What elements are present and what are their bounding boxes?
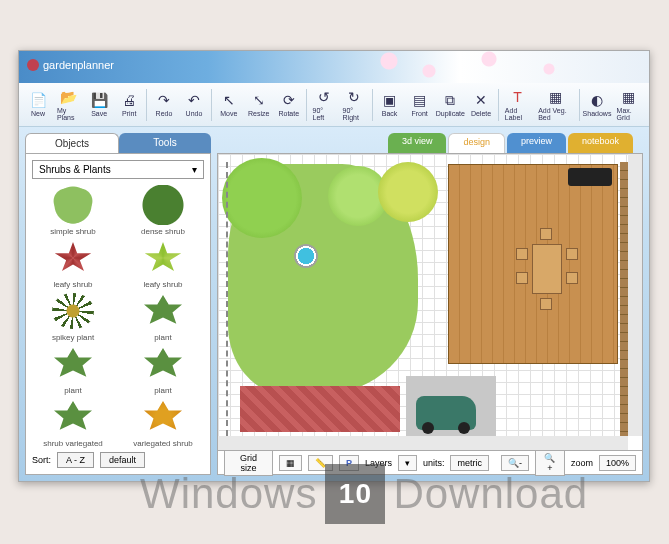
design-canvas[interactable] bbox=[217, 153, 643, 451]
add-label-button[interactable]: TAdd Label bbox=[501, 87, 534, 123]
properties-button[interactable]: P bbox=[339, 455, 359, 471]
main-toolbar: 📄New 📂My Plans 💾Save 🖨Print ↷Redo ↶Undo … bbox=[19, 83, 649, 127]
rotate-right-button[interactable]: ↻90° Right bbox=[339, 87, 370, 123]
brand: gardenplanner bbox=[27, 59, 114, 71]
print-button[interactable]: 🖨Print bbox=[114, 90, 144, 119]
zoom-out-button[interactable]: 🔍- bbox=[501, 455, 529, 471]
tab-notebook[interactable]: notebook bbox=[568, 133, 633, 153]
front-icon: ▤ bbox=[412, 92, 428, 108]
plant-palette: simple shrub dense shrub leafy shrub lea… bbox=[32, 185, 204, 448]
save-icon: 💾 bbox=[91, 92, 107, 108]
tab-tools[interactable]: Tools bbox=[119, 133, 211, 153]
folder-icon: 📂 bbox=[61, 89, 77, 105]
plant-item-plant-2[interactable]: plant bbox=[32, 344, 114, 395]
shadows-button[interactable]: ◐Shadows bbox=[581, 90, 612, 119]
move-icon: ↖ bbox=[221, 92, 237, 108]
sort-default-button[interactable]: default bbox=[100, 452, 145, 468]
veg-bed-icon: ▦ bbox=[547, 89, 563, 105]
resize-icon: ⤡ bbox=[251, 92, 267, 108]
plant-item-dense-shrub[interactable]: dense shrub bbox=[122, 185, 204, 236]
fence-object[interactable] bbox=[620, 162, 628, 436]
canvas-area: 3d view design preview notebook bbox=[217, 133, 643, 475]
banner-decoration bbox=[369, 51, 649, 83]
undo-icon: ↶ bbox=[186, 92, 202, 108]
back-icon: ▣ bbox=[382, 92, 398, 108]
grid-toggle-button[interactable]: ▦ bbox=[279, 455, 302, 471]
redo-icon: ↷ bbox=[156, 92, 172, 108]
ruler-toggle-button[interactable]: 📏 bbox=[308, 455, 333, 471]
duplicate-button[interactable]: ⧉Duplicate bbox=[435, 90, 466, 119]
max-grid-button[interactable]: ▦Max. Grid bbox=[613, 87, 645, 123]
tree-object[interactable] bbox=[222, 158, 302, 238]
save-button[interactable]: 💾Save bbox=[84, 90, 114, 119]
tab-objects[interactable]: Objects bbox=[25, 133, 119, 153]
plant-item-plant-1[interactable]: plant bbox=[122, 291, 204, 342]
myplans-button[interactable]: 📂My Plans bbox=[53, 87, 84, 123]
sort-az-button[interactable]: A - Z bbox=[57, 452, 94, 468]
delete-button[interactable]: ✕Delete bbox=[466, 90, 496, 119]
tree-object[interactable] bbox=[378, 162, 438, 222]
tab-3d-view[interactable]: 3d view bbox=[388, 133, 447, 153]
grid-size-button[interactable]: Grid size bbox=[224, 450, 273, 476]
objects-panel: Shrubs & Plants ▾ simple shrub dense shr… bbox=[25, 153, 211, 475]
zoom-value-dropdown[interactable]: 100% bbox=[599, 455, 636, 471]
header-banner: gardenplanner bbox=[19, 51, 649, 83]
app-window: gardenplanner 📄New 📂My Plans 💾Save 🖨Prin… bbox=[18, 50, 650, 482]
print-icon: 🖨 bbox=[121, 92, 137, 108]
patio-object[interactable] bbox=[240, 386, 400, 432]
add-veg-bed-button[interactable]: ▦Add Veg. Bed bbox=[534, 87, 576, 123]
layers-dropdown[interactable]: ▾ bbox=[398, 455, 417, 471]
view-tabs: 3d view design preview notebook bbox=[217, 133, 643, 153]
sort-label: Sort: bbox=[32, 455, 51, 465]
brand-text: gardenplanner bbox=[43, 59, 114, 71]
plant-item-leafy-shrub-red[interactable]: leafy shrub bbox=[32, 238, 114, 289]
tab-preview[interactable]: preview bbox=[507, 133, 566, 153]
units-toggle[interactable]: metric bbox=[450, 455, 489, 471]
duplicate-icon: ⧉ bbox=[442, 92, 458, 108]
plant-item-variegated-1[interactable]: shrub variegated bbox=[32, 397, 114, 448]
car-object[interactable] bbox=[416, 396, 476, 430]
new-icon: 📄 bbox=[30, 92, 46, 108]
plant-item-variegated-2[interactable]: variegated shrub bbox=[122, 397, 204, 448]
rotate-left-button[interactable]: ↺90° Left bbox=[309, 87, 339, 123]
delete-icon: ✕ bbox=[473, 92, 489, 108]
rotate-button[interactable]: ⟳Rotate bbox=[274, 90, 304, 119]
rotate-icon: ⟳ bbox=[281, 92, 297, 108]
zoom-label: zoom bbox=[571, 458, 593, 468]
resize-button[interactable]: ⤡Resize bbox=[244, 90, 274, 119]
table-set-object[interactable] bbox=[512, 224, 582, 314]
scrollbar-vertical[interactable] bbox=[628, 154, 642, 436]
undo-button[interactable]: ↶Undo bbox=[179, 90, 209, 119]
layers-label: Layers bbox=[365, 458, 392, 468]
tab-design[interactable]: design bbox=[448, 133, 505, 153]
sidebar: Objects Tools Shrubs & Plants ▾ simple s… bbox=[25, 133, 211, 475]
chevron-down-icon: ▾ bbox=[192, 164, 197, 175]
category-dropdown[interactable]: Shrubs & Plants ▾ bbox=[32, 160, 204, 179]
scrollbar-horizontal[interactable] bbox=[218, 436, 628, 450]
rotate-right-icon: ↻ bbox=[346, 89, 362, 105]
rotate-left-icon: ↺ bbox=[316, 89, 332, 105]
category-value: Shrubs & Plants bbox=[39, 164, 111, 175]
units-label: units: bbox=[423, 458, 445, 468]
text-icon: T bbox=[510, 89, 526, 105]
pool-object[interactable] bbox=[294, 244, 318, 268]
zoom-in-button[interactable]: 🔍+ bbox=[535, 450, 565, 476]
redo-button[interactable]: ↷Redo bbox=[149, 90, 179, 119]
shadows-icon: ◐ bbox=[589, 92, 605, 108]
brand-icon bbox=[27, 59, 39, 71]
plant-item-plant-3[interactable]: plant bbox=[122, 344, 204, 395]
plant-item-spikey[interactable]: spikey plant bbox=[32, 291, 114, 342]
grid-icon: ▦ bbox=[621, 89, 637, 105]
fence-left-object[interactable] bbox=[226, 162, 228, 436]
send-back-button[interactable]: ▣Back bbox=[375, 90, 405, 119]
plant-item-leafy-shrub-lime[interactable]: leafy shrub bbox=[122, 238, 204, 289]
new-button[interactable]: 📄New bbox=[23, 90, 53, 119]
plant-item-simple-shrub[interactable]: simple shrub bbox=[32, 185, 114, 236]
move-button[interactable]: ↖Move bbox=[214, 90, 244, 119]
bring-front-button[interactable]: ▤Front bbox=[405, 90, 435, 119]
canvas-status-bar: Grid size ▦ 📏 P Layers ▾ units: metric 🔍… bbox=[217, 451, 643, 475]
sort-controls: Sort: A - Z default bbox=[32, 448, 204, 468]
bbq-object[interactable] bbox=[568, 168, 612, 186]
